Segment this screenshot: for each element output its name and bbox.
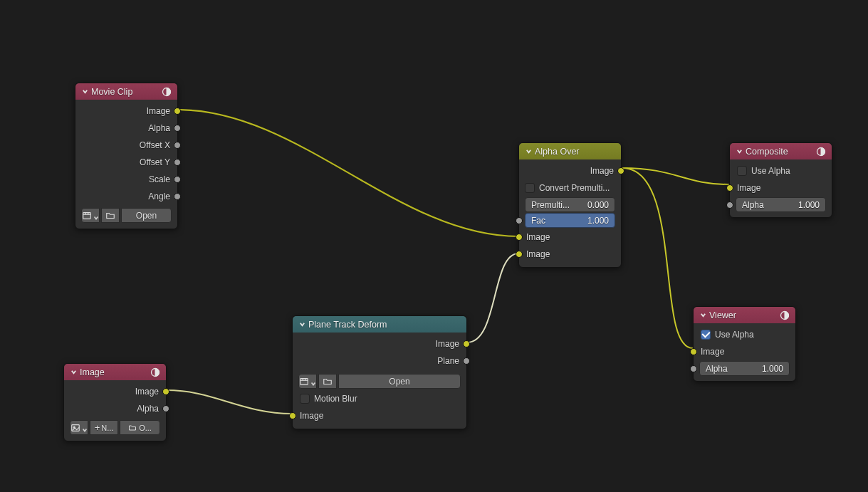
collapse-chevron-icon[interactable] [698,310,708,320]
socket-label: Scale [149,174,170,184]
alpha-field[interactable]: Alpha 1.000 [736,197,826,212]
node-header[interactable]: Composite [730,143,832,159]
svg-rect-8 [300,378,308,384]
node-preview-icon[interactable] [815,145,827,158]
socket-label: Alpha [137,404,159,414]
node-composite[interactable]: Composite Use Alpha Image Alpha 1.000 [729,142,832,218]
socket-label: Image [737,183,760,193]
node-viewer[interactable]: Viewer Use Alpha Image Alpha 1.000 [693,306,796,382]
new-label: N... [101,424,113,432]
collapse-chevron-icon[interactable] [523,147,533,157]
socket-label: Image [526,249,550,259]
input-socket-alpha[interactable] [726,201,733,209]
collapse-chevron-icon[interactable] [68,367,78,377]
premultiply-field[interactable]: Premulti... 0.000 [525,197,615,212]
folder-icon-button[interactable] [318,374,337,389]
new-image-button[interactable]: + N... [90,420,118,435]
output-socket-alpha[interactable] [174,125,181,132]
node-title: Plane Track Deform [308,320,462,330]
node-preview-icon[interactable] [160,85,173,98]
motion-blur-label: Motion Blur [314,394,357,404]
socket-label: Image [147,106,170,116]
output-socket-plane[interactable] [463,357,470,365]
motion-blur-checkbox[interactable] [300,394,310,404]
use-alpha-checkbox[interactable] [737,166,747,176]
output-socket-image[interactable] [463,340,470,347]
collapse-chevron-icon[interactable] [734,147,744,157]
socket-label: Offset Y [140,157,170,167]
use-alpha-label: Use Alpha [715,330,754,340]
node-header[interactable]: Plane Track Deform [293,316,466,333]
input-socket-image[interactable] [289,412,296,419]
output-socket-image[interactable] [174,108,181,115]
clip-dropdown-button[interactable] [298,374,317,389]
input-socket-image[interactable] [726,184,733,192]
node-header[interactable]: Alpha Over [519,143,621,159]
socket-label: Image [526,232,550,242]
node-title: Viewer [709,310,778,320]
socket-label: Image [590,166,614,176]
collapse-chevron-icon[interactable] [297,320,307,330]
socket-label: Offset X [140,140,170,150]
input-socket-image-1[interactable] [516,234,523,241]
socket-label: Image [436,339,459,349]
output-socket-scale[interactable] [174,176,181,183]
node-movie-clip[interactable]: Movie Clip Image Alpha Offset X Offset Y… [75,83,178,229]
open-button[interactable]: Open [121,208,172,223]
use-alpha-checkbox[interactable] [701,330,711,340]
convert-premultiplied-label: Convert Premulti... [539,183,610,193]
node-image[interactable]: Image Image Alpha + N... O... [63,363,167,441]
use-alpha-label: Use Alpha [751,166,790,176]
convert-premultiplied-checkbox[interactable] [525,183,535,193]
socket-label: Angle [148,192,170,201]
node-header[interactable]: Viewer [694,307,795,323]
node-preview-icon[interactable] [149,366,162,379]
output-socket-angle[interactable] [174,193,181,200]
node-preview-icon[interactable] [778,309,791,322]
clip-dropdown-button[interactable] [81,208,100,223]
output-socket-offset-y[interactable] [174,159,181,166]
fac-field[interactable]: Fac 1.000 [525,213,615,228]
node-title: Movie Clip [91,87,160,97]
input-socket-alpha[interactable] [690,365,697,372]
output-socket-alpha[interactable] [162,405,169,412]
node-plane-track-deform[interactable]: Plane Track Deform Image Plane Open Moti… [292,315,467,429]
output-socket-image[interactable] [162,388,169,395]
node-title: Alpha Over [535,147,617,157]
node-title: Image [80,367,149,377]
input-socket-image-2[interactable] [516,251,523,258]
svg-rect-1 [83,212,91,219]
input-socket-fac[interactable] [516,217,523,224]
open-image-button[interactable]: O... [120,420,160,435]
image-dropdown-button[interactable] [70,420,88,435]
socket-label: Plane [437,356,459,366]
folder-icon-button[interactable] [101,208,120,223]
output-socket-offset-x[interactable] [174,142,181,149]
node-alpha-over[interactable]: Alpha Over Image Convert Premulti... Pre… [518,142,622,268]
socket-label: Image [701,347,724,357]
node-header[interactable]: Image [64,364,166,380]
open-label: O... [139,424,152,432]
node-header[interactable]: Movie Clip [75,83,177,100]
input-socket-image[interactable] [690,348,697,355]
socket-label: Image [135,387,159,397]
socket-label: Image [300,411,323,421]
node-title: Composite [746,147,815,157]
output-socket-image[interactable] [617,167,624,174]
open-button[interactable]: Open [338,374,461,389]
collapse-chevron-icon[interactable] [80,87,90,97]
socket-label: Alpha [148,123,170,133]
alpha-field[interactable]: Alpha 1.000 [699,361,790,376]
